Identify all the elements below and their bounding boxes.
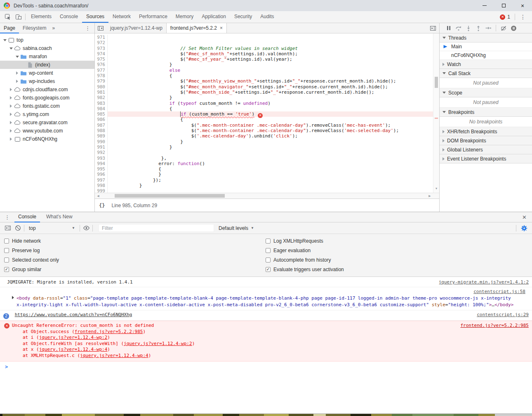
checkbox-hide-network[interactable]: Hide network [4, 236, 266, 246]
checkbox-eager-evaluation[interactable]: Eager evaluation [266, 246, 344, 255]
tree-expanded-icon[interactable] [2, 39, 7, 41]
main-menu-kebab-icon[interactable]: ⋮ [516, 14, 530, 20]
tree-item-wp-includes[interactable]: wp-includes [0, 77, 94, 85]
log-levels-selector[interactable]: Default levels ▼ [219, 225, 254, 231]
expand-icon[interactable] [12, 296, 14, 299]
close-tab-icon[interactable]: × [220, 25, 223, 31]
vertical-scrollbar[interactable]: ▼ [433, 33, 439, 193]
deactivate-breakpoints-button[interactable] [500, 25, 507, 32]
checkbox-selected-context-only[interactable]: Selected context only [4, 255, 266, 265]
tab-audits[interactable]: Audits [256, 11, 278, 23]
step-over-button[interactable] [455, 25, 462, 32]
stack-link[interactable]: jquery.js?ver=1.12.4-wp:4 [39, 347, 108, 352]
clear-console-button[interactable] [13, 223, 23, 233]
tab-memory[interactable]: Memory [172, 11, 198, 23]
tree-item-sabina-coach[interactable]: sabina.coach [0, 44, 94, 52]
show-debugger-sidebar-button[interactable] [430, 25, 436, 31]
tree-item-fonts-googleapis-com[interactable]: fonts.googleapis.com [0, 94, 94, 102]
section-dom-breakpoints[interactable]: DOM Breakpoints [440, 136, 532, 145]
tree-item-ncfo6nqhxhg[interactable]: nCFo6NQHXhg [0, 135, 94, 143]
navigator-kebab-icon[interactable]: ⋮ [81, 25, 94, 31]
step-button[interactable] [485, 25, 492, 32]
tree-collapsed-icon[interactable] [9, 121, 13, 124]
more-tabs-icon[interactable]: » [50, 25, 57, 31]
tree-collapsed-icon[interactable] [9, 96, 13, 99]
checkbox-evaluate-triggers-user-activation[interactable]: ✓Evaluate triggers user activation [266, 265, 344, 274]
checkbox-autocomplete-from-history[interactable]: Autocomplete from history [266, 255, 344, 265]
tree-collapsed-icon[interactable] [9, 129, 13, 132]
thread-ncfo6nqhxhg[interactable]: nCFo6NQHXhg [440, 51, 532, 60]
thread-main[interactable]: Main [440, 43, 532, 51]
tree-item-top[interactable]: top [0, 36, 94, 44]
message-source-link[interactable]: jquery-migrate.min.js?ver=1.4.1:2 [438, 279, 529, 285]
device-toolbar-button[interactable] [13, 11, 24, 23]
console-sidebar-button[interactable] [3, 223, 13, 233]
editor-tab-frontend[interactable]: frontend.js?ver=5.2.2 × [166, 23, 227, 33]
tree-item-fonts-gstatic-com[interactable]: fonts.gstatic.com [0, 102, 94, 110]
tab-sources[interactable]: Sources [82, 11, 108, 23]
section-scope[interactable]: Scope [440, 88, 532, 97]
url-link[interactable]: https://www.youtube.com/watch?v=nCFo6NQH… [15, 312, 132, 317]
section-threads[interactable]: Threads [440, 33, 532, 43]
tab-application[interactable]: Application [198, 11, 230, 23]
maximize-button[interactable] [494, 0, 513, 11]
live-expression-button[interactable] [81, 223, 91, 233]
editor-tab-jquery[interactable]: jquery.js?ver=1.12.4-wp [106, 23, 166, 33]
tab-console[interactable]: Console [14, 212, 40, 222]
tab-security[interactable]: Security [230, 11, 256, 23]
console-settings-button[interactable] [519, 223, 529, 233]
pause-script-button[interactable] [445, 25, 452, 32]
stack-link[interactable]: jquery.js?ver=1.12.4-wp:4 [80, 353, 148, 358]
message-source-link[interactable]: frontend.js?ver=5.2.2:985 [460, 323, 529, 329]
tree-item-www-youtube-com[interactable]: www.youtube.com [0, 127, 94, 135]
tree-expanded-icon[interactable] [9, 47, 13, 50]
tree-item-s-ytimg-com[interactable]: s.ytimg.com [0, 110, 94, 118]
filter-input[interactable] [99, 224, 214, 232]
tree-item-wp-content[interactable]: wp-content [0, 69, 94, 77]
checkbox-preserve-log[interactable]: Preserve log [4, 246, 266, 255]
stack-link[interactable]: frontend.js?ver=5.2.2:985 [75, 329, 143, 334]
tree-item--index-[interactable]: (index) [0, 61, 94, 69]
tree-item-marafon[interactable]: marafon [0, 52, 94, 61]
tab-whats-new[interactable]: What's New [42, 212, 76, 222]
tab-network[interactable]: Network [108, 11, 135, 23]
section-call-stack[interactable]: Call Stack [440, 69, 532, 78]
close-button[interactable]: × [513, 0, 532, 11]
scrollbar-thumb[interactable] [435, 77, 438, 88]
scroll-down-icon[interactable]: ▼ [433, 186, 439, 191]
stack-link[interactable]: jquery.js?ver=1.12.4-wp:2 [39, 335, 108, 340]
tree-expanded-icon[interactable] [15, 56, 19, 58]
section-breakpoints[interactable]: Breakpoints [440, 108, 532, 117]
checkbox-group-similar[interactable]: ✓Group similar [4, 265, 266, 274]
code-editor[interactable]: 971972973 // Set Month Filter values in … [95, 33, 439, 193]
message-source-link[interactable]: contentscript.js:58 [473, 288, 525, 295]
horizontal-scrollbar[interactable]: ◀ ▶ [95, 193, 439, 199]
pretty-print-icon[interactable]: {} [99, 203, 105, 208]
tab-performance[interactable]: Performance [135, 11, 172, 23]
tab-console[interactable]: Console [56, 11, 82, 23]
step-into-button[interactable] [465, 25, 472, 32]
tree-collapsed-icon[interactable] [9, 88, 13, 91]
tree-collapsed-icon[interactable] [15, 80, 19, 83]
drawer-close-icon[interactable]: ✕ [522, 214, 532, 220]
hide-navigator-button[interactable] [95, 23, 106, 33]
stack-link[interactable]: jquery.js?ver=1.12.4-wp:2 [124, 341, 192, 346]
tab-elements[interactable]: Elements [27, 11, 56, 23]
error-badge-icon[interactable]: ✕ [500, 14, 505, 20]
pause-on-exceptions-button[interactable] [510, 25, 517, 32]
minimize-button[interactable] [475, 0, 494, 11]
tree-collapsed-icon[interactable] [9, 104, 13, 108]
tab-filesystem[interactable]: Filesystem [19, 23, 50, 33]
tree-collapsed-icon[interactable] [15, 71, 19, 75]
tree-collapsed-icon[interactable] [9, 137, 13, 141]
body-element-text[interactable]: <body data-rsssl="1" class="page-templat… [16, 295, 517, 308]
section-global-listeners[interactable]: Global Listeners [440, 145, 532, 154]
drawer-menu-kebab-icon[interactable]: ⋮ [0, 214, 14, 220]
section-xhr-fetch-breakpoints[interactable]: XHR/fetch Breakpoints [440, 127, 532, 136]
checkbox-log-xmlhttprequests[interactable]: Log XMLHttpRequests [266, 236, 344, 246]
tree-collapsed-icon[interactable] [9, 113, 13, 116]
scrollbar-thumb[interactable] [115, 194, 225, 198]
section-watch[interactable]: Watch [440, 60, 532, 69]
message-source-link[interactable]: contentscript.js:29 [477, 312, 529, 318]
inspect-element-button[interactable] [2, 11, 13, 23]
